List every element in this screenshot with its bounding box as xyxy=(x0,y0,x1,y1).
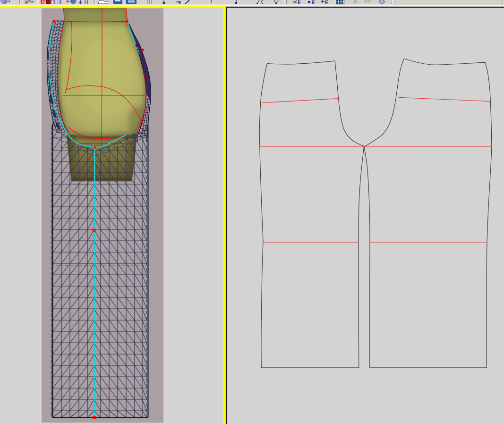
svg-text:E: E xyxy=(298,0,301,5)
svg-text:E: E xyxy=(325,0,328,5)
svg-text:3: 3 xyxy=(52,0,56,6)
svg-text:E: E xyxy=(312,0,315,5)
svg-text:4: 4 xyxy=(59,0,62,6)
svg-text:11: 11 xyxy=(84,0,89,5)
